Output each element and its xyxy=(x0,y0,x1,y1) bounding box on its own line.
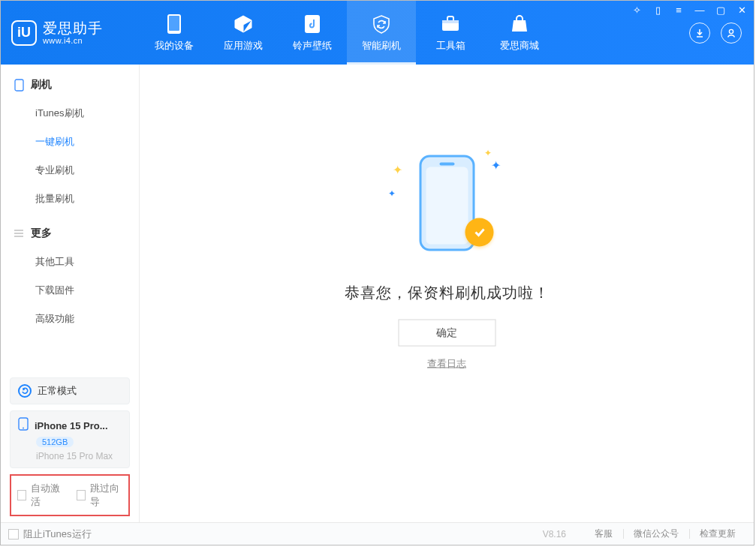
sidebar-item-other-tools[interactable]: 其他工具 xyxy=(1,248,139,276)
device-card[interactable]: iPhone 15 Pro... 512GB iPhone 15 Pro Max xyxy=(10,410,130,468)
label: 跳过向导 xyxy=(90,482,122,509)
app-logo: iU 爱思助手 www.i4.cn xyxy=(1,1,140,65)
footer-link-update[interactable]: 检查更新 xyxy=(689,527,746,540)
shopping-bag-icon xyxy=(509,14,530,35)
sidebar-item-advanced[interactable]: 高级功能 xyxy=(1,305,139,333)
sidebar-item-download-fw[interactable]: 下载固件 xyxy=(1,276,139,305)
logo-badge-icon: iU xyxy=(11,20,37,46)
device-icon xyxy=(164,14,185,35)
sidebar-group-flash: 刷机 xyxy=(1,71,139,99)
top-tabs: 我的设备 应用游戏 铃声壁纸 智能刷机 工具箱 爱思商城 xyxy=(140,1,677,65)
tab-apps[interactable]: 应用游戏 xyxy=(209,1,278,65)
refresh-shield-icon xyxy=(371,14,392,35)
ok-button[interactable]: 确定 xyxy=(398,320,495,347)
app-url: www.i4.cn xyxy=(43,36,103,45)
tab-flash[interactable]: 智能刷机 xyxy=(347,1,416,65)
checkbox-auto-activate[interactable]: 自动激活 xyxy=(17,482,63,509)
sidebar-item-batch-flash[interactable]: 批量刷机 xyxy=(1,185,139,213)
sidebar: 刷机 iTunes刷机 一键刷机 专业刷机 批量刷机 更多 其他工具 下载固件 … xyxy=(1,65,140,522)
svg-rect-1 xyxy=(169,16,179,31)
tab-ringtones[interactable]: 铃声壁纸 xyxy=(278,1,347,65)
maximize-icon[interactable]: ▢ xyxy=(713,4,728,16)
main-panel: ✦ ✦ ✦ ✦ 恭喜您，保资料刷机成功啦！ 确定 查看日志 xyxy=(140,65,754,522)
skin-icon[interactable]: ✧ xyxy=(629,4,644,16)
tab-label: 智能刷机 xyxy=(362,39,401,53)
sidebar-item-oneclick-flash[interactable]: 一键刷机 xyxy=(1,128,139,156)
more-icon xyxy=(13,227,25,239)
phone-outline-icon xyxy=(13,79,25,91)
label: 自动激活 xyxy=(31,482,63,509)
svg-point-5 xyxy=(729,29,733,33)
phone-icon[interactable]: ▯ xyxy=(650,4,665,16)
menu-icon[interactable]: ≡ xyxy=(671,4,686,16)
mode-status-icon xyxy=(18,384,32,398)
tab-toolbox[interactable]: 工具箱 xyxy=(416,1,485,65)
svg-rect-2 xyxy=(305,15,320,33)
tab-label: 铃声壁纸 xyxy=(293,39,332,53)
success-title: 恭喜您，保资料刷机成功啦！ xyxy=(345,283,550,303)
cube-icon xyxy=(233,14,254,35)
label: 阻止iTunes运行 xyxy=(23,527,92,541)
tab-label: 我的设备 xyxy=(155,39,194,53)
music-file-icon xyxy=(302,14,323,35)
sidebar-group-more: 更多 xyxy=(1,219,139,248)
success-check-icon xyxy=(465,218,493,247)
toolbox-icon xyxy=(440,14,461,35)
footer-link-support[interactable]: 客服 xyxy=(584,527,623,540)
footer: 阻止iTunes运行 V8.16 客服 微信公众号 检查更新 xyxy=(1,522,754,545)
checkbox-block-itunes[interactable]: 阻止iTunes运行 xyxy=(8,527,92,541)
mode-label: 正常模式 xyxy=(38,384,77,398)
version-label: V8.16 xyxy=(543,529,566,539)
highlighted-options: 自动激活 跳过向导 xyxy=(10,474,130,516)
close-icon[interactable]: ✕ xyxy=(734,4,749,16)
checkbox-skip-wizard[interactable]: 跳过向导 xyxy=(77,482,122,509)
app-name: 爱思助手 xyxy=(43,21,103,36)
sparkle-icon: ✦ xyxy=(393,163,402,177)
minimize-icon[interactable]: — xyxy=(692,4,707,16)
mode-card[interactable]: 正常模式 xyxy=(10,377,130,404)
tab-label: 应用游戏 xyxy=(224,39,263,53)
profile-button[interactable] xyxy=(721,23,742,44)
tab-store[interactable]: 爱思商城 xyxy=(485,1,554,65)
tab-label: 爱思商城 xyxy=(500,39,539,53)
device-model: iPhone 15 Pro Max xyxy=(36,451,122,461)
svg-point-11 xyxy=(23,428,24,429)
sparkle-icon: ✦ xyxy=(491,158,501,173)
sparkle-icon: ✦ xyxy=(484,148,492,158)
footer-link-wechat[interactable]: 微信公众号 xyxy=(623,527,689,540)
device-capacity-badge: 512GB xyxy=(36,437,74,447)
success-illustration: ✦ ✦ ✦ ✦ xyxy=(387,143,507,263)
sidebar-item-itunes-flash[interactable]: iTunes刷机 xyxy=(1,99,139,128)
tab-my-device[interactable]: 我的设备 xyxy=(140,1,209,65)
sidebar-item-pro-flash[interactable]: 专业刷机 xyxy=(1,156,139,185)
group-title: 更多 xyxy=(31,227,52,240)
sparkle-icon: ✦ xyxy=(388,188,396,199)
tab-label: 工具箱 xyxy=(436,39,465,53)
device-name: iPhone 15 Pro... xyxy=(35,420,108,431)
view-log-link[interactable]: 查看日志 xyxy=(345,357,550,371)
svg-rect-4 xyxy=(442,20,459,23)
device-phone-icon xyxy=(18,417,29,434)
group-title: 刷机 xyxy=(31,78,52,92)
svg-rect-6 xyxy=(15,80,23,91)
download-button[interactable] xyxy=(689,23,710,44)
